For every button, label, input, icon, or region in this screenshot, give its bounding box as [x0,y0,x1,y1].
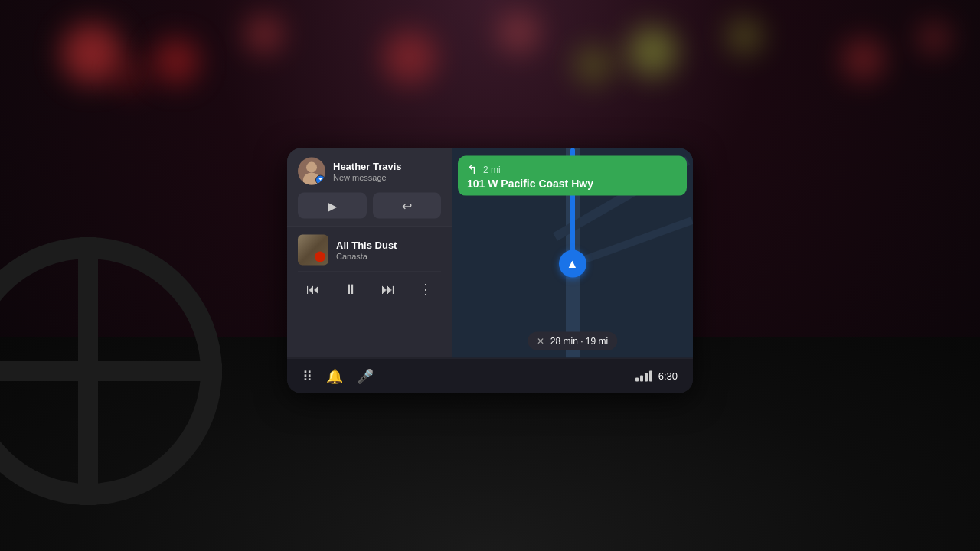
left-panel: Heather Travis New message ▶ ↩ All This … [287,148,452,358]
prev-button[interactable]: ⏮ [301,277,325,302]
eta-card: ✕ 28 min · 19 mi [528,332,617,350]
music-divider [298,272,441,272]
bokeh-light [383,31,436,84]
next-button[interactable]: ⏭ [376,277,400,302]
music-info: All This Dust Canasta [336,240,441,261]
reply-button[interactable]: ↩ [373,193,442,219]
signal-bar-3 [645,373,648,381]
bokeh-light [842,38,884,80]
notification-bell-icon[interactable]: 🔔 [326,367,343,384]
notification-text: Heather Travis New message [333,160,441,182]
album-art [298,235,328,266]
turn-direction-icon: ↰ [467,162,477,177]
play-button[interactable]: ▶ [298,193,367,219]
eta-info: 28 min · 19 mi [550,336,608,347]
bottom-right-info: 6:30 [635,370,678,382]
notification-card: Heather Travis New message ▶ ↩ [287,148,452,227]
bokeh-light [61,23,122,84]
music-card: All This Dust Canasta ⏮ ⏸ ⏭ ⋮ [287,227,452,358]
message-type: New message [333,173,441,182]
android-auto-screen: Heather Travis New message ▶ ↩ All This … [287,148,693,393]
navigation-arrow: ▲ [559,249,586,277]
bottom-bar: ⠿ 🔔 🎤 6:30 [287,358,693,393]
signal-bar-4 [649,370,652,381]
bokeh-light [574,46,612,84]
grid-icon[interactable]: ⠿ [302,367,312,384]
artist-name: Canasta [336,251,441,260]
bokeh-light [115,61,145,92]
pause-button[interactable]: ⏸ [338,277,363,302]
clock: 6:30 [658,370,678,382]
microphone-icon[interactable]: 🎤 [357,367,374,384]
bokeh-light [628,27,678,77]
turn-top: ↰ 2 mi [467,162,678,177]
street-name: 101 W Pacific Coast Hwy [467,178,678,190]
signal-bars [635,370,652,381]
bokeh-light [919,23,949,54]
bottom-left-icons: ⠿ 🔔 🎤 [302,367,374,384]
eta-minutes: 28 min [550,336,578,347]
song-title: All This Dust [336,240,441,252]
bokeh-light [727,19,762,54]
bokeh-light [245,15,283,54]
signal-bar-2 [640,375,643,381]
main-content: Heather Travis New message ▶ ↩ All This … [287,148,693,358]
notification-header: Heather Travis New message [298,158,441,185]
avatar [298,158,325,185]
contact-name: Heather Travis [333,160,441,172]
signal-bar-1 [635,377,639,381]
turn-card: ↰ 2 mi 101 W Pacific Coast Hwy [458,156,687,196]
bokeh-light [498,11,540,54]
map-panel: ▲ ↰ 2 mi 101 W Pacific Coast Hwy ✕ 28 mi… [452,148,693,358]
music-header: All This Dust Canasta [298,235,441,266]
message-badge [315,175,325,185]
turn-distance: 2 mi [483,164,501,174]
notification-actions: ▶ ↩ [298,193,441,219]
eta-distance: 19 mi [586,336,608,347]
more-button[interactable]: ⋮ [413,277,438,302]
music-controls: ⏮ ⏸ ⏭ ⋮ [298,277,441,302]
bokeh-light [153,38,199,84]
close-icon[interactable]: ✕ [537,336,544,347]
